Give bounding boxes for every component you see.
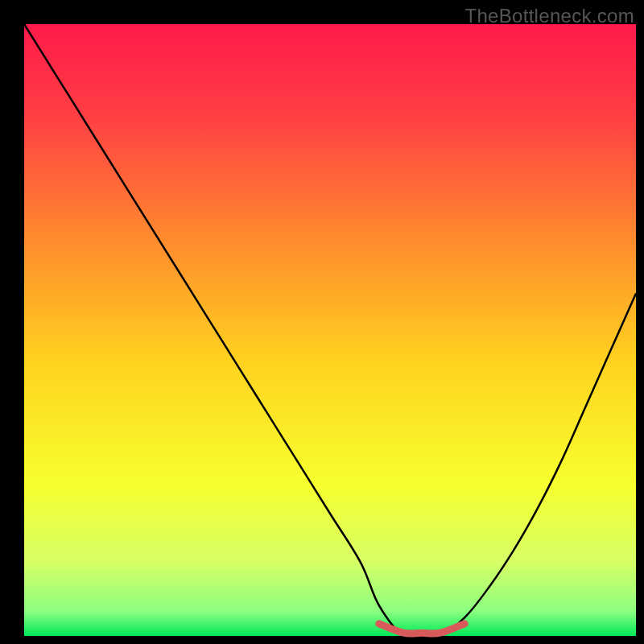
bottleneck-chart: [0, 0, 644, 644]
watermark-text: TheBottleneck.com: [464, 5, 634, 27]
chart-container: TheBottleneck.com: [0, 0, 644, 644]
plot-background: [24, 24, 636, 636]
